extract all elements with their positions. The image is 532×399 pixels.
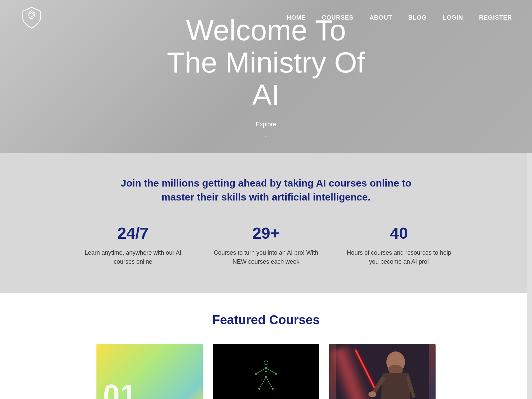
featured-title: Featured Courses [20, 313, 512, 327]
svg-point-4 [264, 361, 268, 365]
svg-line-8 [259, 377, 266, 389]
svg-point-11 [255, 373, 257, 375]
course-image-2 [213, 344, 319, 399]
nav-courses[interactable]: COURSES [322, 14, 353, 21]
svg-point-0 [30, 13, 34, 17]
nav-register[interactable]: REGISTER [479, 14, 512, 21]
site-header: HOME COURSES ABOUT BLOG LOGIN REGISTER [0, 0, 532, 35]
arrow-down-icon: ↓ [264, 129, 268, 139]
nav-login[interactable]: LOGIN [443, 14, 463, 21]
svg-line-6 [256, 368, 266, 374]
svg-line-9 [266, 377, 273, 389]
stat-item-247: 24/7 Learn anytime, anywhere with our AI… [66, 224, 200, 266]
stat-number-40: 40 [346, 224, 452, 242]
nav-blog[interactable]: BLOG [408, 14, 427, 21]
hero-explore[interactable]: Explore ↓ [167, 121, 365, 139]
stat-desc-247: Learn anytime, anywhere with our AI cour… [80, 248, 186, 266]
stat-number-29: 29+ [213, 224, 319, 242]
nav-about[interactable]: ABOUT [369, 14, 392, 21]
svg-point-12 [275, 373, 277, 375]
stats-section: Join the millions getting ahead by takin… [0, 153, 532, 293]
stat-number-247: 24/7 [80, 224, 186, 242]
svg-point-16 [265, 371, 267, 372]
svg-point-14 [258, 388, 260, 390]
courses-grid: 01 [20, 344, 512, 399]
svg-point-15 [272, 388, 274, 390]
featured-section: Featured Courses 01 [0, 293, 532, 399]
stats-tagline: Join the millions getting ahead by takin… [116, 176, 416, 204]
stat-desc-29: Courses to turn you into an AI pro! With… [213, 248, 319, 266]
skeleton-figure-icon [249, 359, 283, 399]
shield-logo-icon [20, 6, 43, 29]
course-image-3 [329, 344, 436, 399]
course-card-1[interactable]: 01 [96, 344, 203, 399]
logo[interactable] [20, 6, 43, 29]
explore-label: Explore [256, 121, 276, 128]
nav-home[interactable]: HOME [287, 14, 306, 21]
stats-grid: 24/7 Learn anytime, anywhere with our AI… [20, 224, 512, 266]
course-card-2[interactable] [213, 344, 319, 399]
svg-line-7 [266, 368, 276, 374]
stat-item-40: 40 Hours of courses and resources to hel… [332, 224, 466, 266]
main-nav: HOME COURSES ABOUT BLOG LOGIN REGISTER [287, 14, 512, 21]
course-image-1: 01 [96, 344, 203, 399]
course-number-1: 01 [103, 380, 136, 399]
svg-point-13 [265, 376, 267, 378]
hero-section: HOME COURSES ABOUT BLOG LOGIN REGISTER W… [0, 0, 532, 153]
course-card-3[interactable] [329, 344, 436, 399]
svg-point-10 [265, 367, 267, 369]
stat-item-29: 29+ Courses to turn you into an AI pro! … [200, 224, 332, 266]
stat-desc-40: Hours of courses and resources to help y… [346, 248, 452, 266]
